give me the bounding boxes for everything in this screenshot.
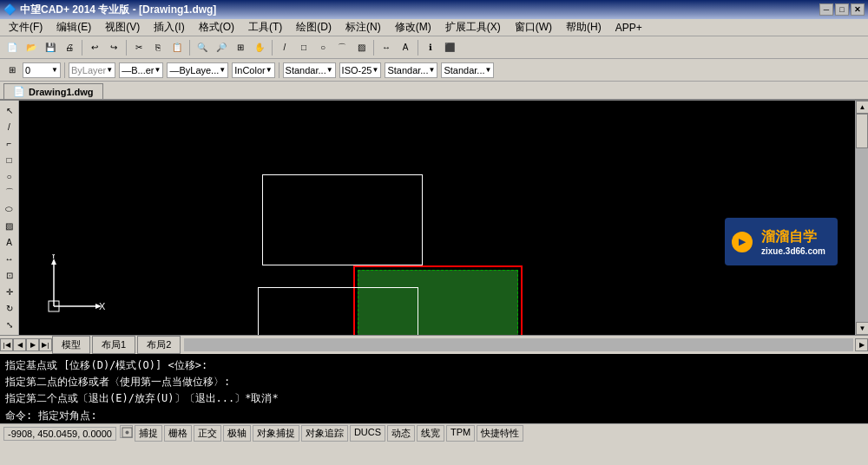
tb-match[interactable]: ⬛ xyxy=(441,39,458,56)
menu-draw[interactable]: 绘图(D) xyxy=(291,19,337,36)
tb-zoom-in[interactable]: 🔍 xyxy=(194,39,211,56)
sep2 xyxy=(126,40,127,56)
tb-copy[interactable]: ⎘ xyxy=(149,39,167,56)
close-button[interactable]: ✕ xyxy=(851,3,865,16)
coords-display[interactable]: -9908, 450.0459, 0.0000 xyxy=(3,427,116,441)
lt-select[interactable]: ↖ xyxy=(2,102,17,118)
canvas-area[interactable]: Y X ▶ 溜溜自学 zixue.3d66.com xyxy=(19,101,855,335)
menu-modify[interactable]: 修改(M) xyxy=(390,19,437,36)
horiz-scroll-right[interactable]: ▶ xyxy=(855,338,868,351)
color-dropdown[interactable]: ByLayer ▼ xyxy=(69,62,115,78)
otrack-button[interactable]: 对象追踪 xyxy=(301,425,348,442)
lt-polyline[interactable]: ⌐ xyxy=(2,135,17,151)
scroll-right-end[interactable]: ▶| xyxy=(39,338,52,351)
lineweight-dropdown[interactable]: —ByLaye... ▼ xyxy=(167,62,228,78)
horiz-scroll-track[interactable] xyxy=(184,338,853,351)
lt-text[interactable]: A xyxy=(2,234,17,250)
standard3-dropdown[interactable]: Standar... ▼ xyxy=(441,62,494,78)
lw-button[interactable]: 线宽 xyxy=(417,425,444,442)
lt-arc[interactable]: ⌒ xyxy=(2,185,17,200)
tb-cut[interactable]: ✂ xyxy=(130,39,148,56)
layer-dropdown-arrow[interactable]: ▼ xyxy=(51,66,58,74)
scroll-track[interactable] xyxy=(856,114,868,322)
watermark-title: 溜溜自学 xyxy=(761,228,825,246)
tpm-button[interactable]: TPM xyxy=(446,425,475,442)
scroll-thumb[interactable] xyxy=(856,114,868,148)
osnap-button[interactable]: 对象捕捉 xyxy=(253,425,299,442)
menu-view[interactable]: 视图(V) xyxy=(100,19,145,36)
tb-text[interactable]: A xyxy=(397,39,414,56)
tb-zoom-out[interactable]: 🔎 xyxy=(213,39,230,56)
plotstyle-dropdown[interactable]: InColor ▼ xyxy=(232,62,274,78)
layer-dropdown[interactable]: 0 ▼ xyxy=(23,62,61,78)
snap-button[interactable]: 捕捉 xyxy=(135,425,162,442)
scroll-up-button[interactable]: ▲ xyxy=(856,101,868,114)
sep-layer2 xyxy=(279,62,279,78)
tb-dim[interactable]: ↔ xyxy=(378,39,395,56)
tb-open[interactable]: 📂 xyxy=(23,39,40,56)
lt-rect[interactable]: □ xyxy=(2,152,17,167)
tb-arc[interactable]: ⌒ xyxy=(333,39,351,56)
menu-app[interactable]: APP+ xyxy=(610,21,648,35)
ortho-button[interactable]: 正交 xyxy=(194,425,221,442)
scroll-left-button[interactable]: ◀ xyxy=(13,338,26,351)
tab-layout1[interactable]: 布局1 xyxy=(92,336,135,354)
tb-paste[interactable]: 📋 xyxy=(168,39,186,56)
tb-hatch[interactable]: ▨ xyxy=(352,39,370,56)
tb-save[interactable]: 💾 xyxy=(42,39,59,56)
lt-block[interactable]: ⊡ xyxy=(2,267,17,283)
tb-layer-mgr[interactable]: ⊞ xyxy=(3,62,21,79)
right-scrollbar[interactable]: ▲ ▼ xyxy=(855,101,868,335)
dyn-button[interactable]: 动态 xyxy=(387,425,415,442)
tb-rect[interactable]: □ xyxy=(295,39,312,56)
tb-line[interactable]: / xyxy=(276,39,293,56)
lt-line[interactable]: / xyxy=(2,119,17,134)
lt-circle[interactable]: ○ xyxy=(2,168,17,184)
scroll-left-start[interactable]: |◀ xyxy=(0,338,13,351)
cmd-line2: 指定第二点的位移或者〈使用第一点当做位移〉: xyxy=(5,374,863,390)
tb-circle[interactable]: ○ xyxy=(314,39,332,56)
axis-indicator: Y X xyxy=(36,254,106,318)
menu-edit[interactable]: 编辑(E) xyxy=(51,19,96,36)
menu-format[interactable]: 格式(O) xyxy=(194,19,240,36)
tab-model[interactable]: 模型 xyxy=(52,336,90,354)
layer-value: 0 xyxy=(25,65,51,75)
maximize-button[interactable]: □ xyxy=(835,3,849,16)
menu-window[interactable]: 窗口(W) xyxy=(510,19,557,36)
tb-pan[interactable]: ✋ xyxy=(251,39,268,56)
lt-move[interactable]: ✛ xyxy=(2,284,17,299)
tb-redo[interactable]: ↪ xyxy=(105,39,122,56)
tb-prop[interactable]: ℹ xyxy=(422,39,439,56)
lt-scale[interactable]: ⤡ xyxy=(2,317,17,332)
lt-hatch[interactable]: ▨ xyxy=(2,218,17,233)
drawing-tab[interactable]: 📄 Drawing1.dwg xyxy=(3,83,103,99)
minimize-button[interactable]: ─ xyxy=(819,3,833,16)
menu-tools[interactable]: 工具(T) xyxy=(243,19,287,36)
standard-dropdown[interactable]: Standar... ▼ xyxy=(283,62,336,78)
menu-file[interactable]: 文件(F) xyxy=(3,19,48,36)
menu-dimension[interactable]: 标注(N) xyxy=(340,19,386,36)
sep6 xyxy=(418,40,418,56)
qp-button[interactable]: 快捷特性 xyxy=(477,425,523,442)
tb-print[interactable]: 🖨 xyxy=(61,39,78,56)
lt-rotate[interactable]: ↻ xyxy=(2,300,17,316)
ducs-button[interactable]: DUCS xyxy=(350,425,385,442)
menu-help[interactable]: 帮助(H) xyxy=(561,19,607,36)
iso-dropdown[interactable]: ISO-25 ▼ xyxy=(339,62,382,78)
lt-dim[interactable]: ↔ xyxy=(2,251,17,266)
menu-insert[interactable]: 插入(I) xyxy=(148,19,189,36)
polar-button[interactable]: 极轴 xyxy=(223,425,251,442)
tb-zoom-ext[interactable]: ⊞ xyxy=(232,39,249,56)
grid-button[interactable]: 栅格 xyxy=(164,425,192,442)
tab-layout2[interactable]: 布局2 xyxy=(137,336,181,354)
lt-ellipse[interactable]: ⬭ xyxy=(2,201,17,217)
tab-area: 📄 Drawing1.dwg xyxy=(0,82,868,101)
tb-undo[interactable]: ↩ xyxy=(86,39,103,56)
tb-new[interactable]: 📄 xyxy=(3,39,21,56)
linetype-dropdown[interactable]: —B...er ▼ xyxy=(119,62,163,78)
standard2-dropdown[interactable]: Standar... ▼ xyxy=(385,62,437,78)
scroll-right-button[interactable]: ▶ xyxy=(26,338,39,351)
standard2-label: Standar... xyxy=(387,65,428,75)
menu-ext-tools[interactable]: 扩展工具(X) xyxy=(440,19,506,36)
scroll-down-button[interactable]: ▼ xyxy=(856,322,868,335)
